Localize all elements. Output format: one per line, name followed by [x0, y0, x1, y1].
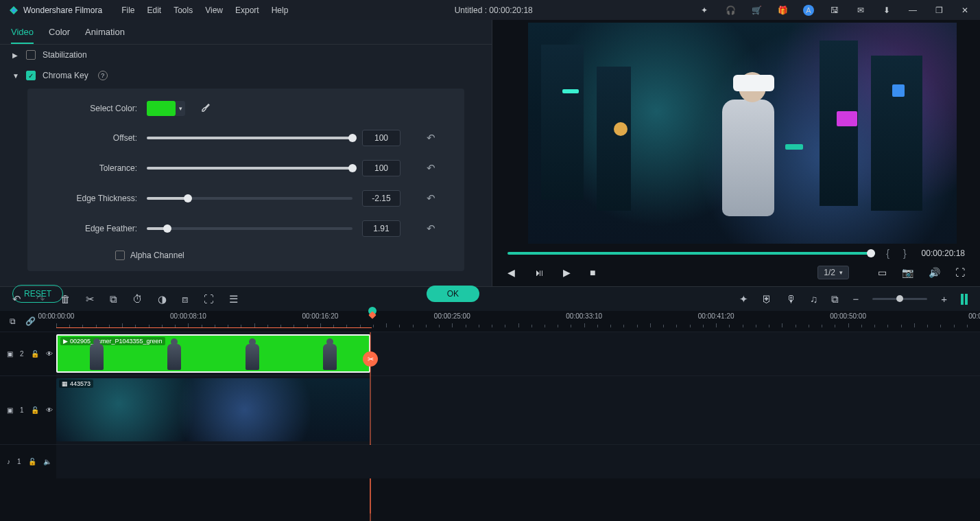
offset-slider[interactable] — [147, 137, 352, 139]
clip-greenscreen[interactable]: ▶002905_gamer_P1043355_green — [56, 334, 370, 373]
download-icon[interactable]: ⬇ — [881, 5, 892, 16]
timeline-ruler[interactable]: 00:00:00:0000:00:08:1000:00:16:2000:00:2… — [56, 311, 980, 332]
menu-tools[interactable]: Tools — [174, 5, 193, 15]
menu-edit[interactable]: Edit — [147, 5, 162, 15]
titlebar: Wondershare Filmora File Edit Tools View… — [0, 0, 980, 20]
gift-icon[interactable]: 🎁 — [777, 5, 788, 16]
crop-icon[interactable]: ⧉ — [110, 293, 117, 305]
mark-out-icon[interactable]: } — [900, 248, 909, 259]
main-menu: File Edit Tools View Export Help — [121, 5, 288, 15]
title-actions: ✦ 🎧 🛒 🎁 A 🖫 ✉ ⬇ — ❐ ✕ — [699, 5, 976, 16]
tab-animation[interactable]: Animation — [85, 27, 125, 44]
menu-file[interactable]: File — [121, 5, 134, 15]
track-v2-lock-icon[interactable]: 🔓 — [31, 350, 39, 358]
freeze-icon[interactable]: ⧈ — [182, 293, 189, 305]
delete-icon[interactable]: 🗑 — [60, 293, 71, 305]
ok-button[interactable]: OK — [427, 286, 479, 302]
mail-icon[interactable]: ✉ — [855, 5, 866, 16]
tolerance-reset-icon[interactable]: ↶ — [427, 162, 435, 174]
record-icon[interactable]: 🎙 — [786, 293, 796, 305]
color-swatch[interactable] — [147, 101, 176, 116]
tolerance-value[interactable]: 100 — [362, 160, 401, 176]
marker-icon[interactable]: ⛨ — [762, 293, 772, 305]
menu-help[interactable]: Help — [272, 5, 289, 15]
offset-value[interactable]: 100 — [362, 130, 401, 146]
play-pause-icon[interactable]: ⏯ — [534, 267, 544, 278]
feather-reset-icon[interactable]: ↶ — [427, 222, 435, 235]
help-icon[interactable]: ? — [98, 71, 108, 80]
track-a1-lock-icon[interactable]: 🔓 — [28, 458, 36, 465]
close-icon[interactable]: ✕ — [959, 5, 970, 16]
scissors-icon[interactable]: ✂ — [363, 351, 378, 367]
feather-slider[interactable] — [147, 227, 352, 230]
chroma-section-header[interactable]: ▼ Chroma Key ? — [0, 65, 492, 86]
clip-img-icon: ▦ — [62, 380, 68, 387]
zoom-fit-icon[interactable] — [961, 294, 968, 305]
offset-reset-icon[interactable]: ↶ — [427, 132, 435, 144]
zoom-slider[interactable] — [872, 298, 927, 300]
redo-icon[interactable]: ↷ — [36, 293, 45, 305]
menu-view[interactable]: View — [205, 5, 223, 15]
select-color-label: Select Color: — [44, 104, 147, 113]
track-a1-speaker-icon[interactable]: 🔈 — [43, 458, 51, 465]
account-icon[interactable]: A — [803, 5, 814, 16]
timeline: ⧉ 🔗 00:00:00:0000:00:08:1000:00:16:2000:… — [0, 311, 980, 478]
eyedropper-icon[interactable] — [200, 103, 211, 114]
alpha-checkbox[interactable] — [115, 251, 125, 260]
preview-scrubber[interactable] — [507, 252, 875, 255]
track-a1-icon: ♪ — [7, 458, 10, 465]
quality-value: 1/2 — [824, 268, 835, 277]
stabilization-section[interactable]: ▶ Stabilization — [0, 45, 492, 65]
speed-icon[interactable]: ⏱ — [132, 293, 143, 305]
prev-frame-icon[interactable]: ◀ — [507, 267, 515, 278]
property-tabs: Video Color Animation — [0, 20, 492, 45]
volume-icon[interactable]: 🔊 — [929, 267, 940, 278]
cart-icon[interactable]: 🛒 — [751, 5, 762, 16]
color-icon[interactable]: ◑ — [158, 293, 167, 305]
mark-in-icon[interactable]: { — [883, 248, 892, 259]
playhead[interactable] — [368, 307, 377, 315]
feather-value[interactable]: 1.91 — [362, 220, 401, 237]
tolerance-slider[interactable] — [147, 167, 352, 170]
tips-icon[interactable]: ✦ — [699, 5, 710, 16]
collapse-icon[interactable]: ▼ — [12, 72, 19, 80]
tab-color[interactable]: Color — [49, 27, 70, 44]
track-v1-num: 1 — [20, 406, 24, 414]
split-icon[interactable]: ✂ — [86, 293, 95, 305]
stabilization-checkbox[interactable] — [26, 50, 36, 60]
color-dropdown[interactable]: ▾ — [176, 101, 185, 116]
maximize-icon[interactable]: ❐ — [933, 5, 944, 16]
play-icon[interactable]: ▶ — [563, 267, 571, 278]
thickness-reset-icon[interactable]: ↶ — [427, 192, 435, 205]
fit-icon[interactable]: ⛶ — [204, 293, 214, 305]
fullscreen-icon[interactable]: ⛶ — [955, 267, 965, 278]
track-v2-eye-icon[interactable]: 👁 — [46, 350, 53, 358]
chroma-checkbox[interactable] — [26, 71, 36, 80]
track-v1-lock-icon[interactable]: 🔓 — [31, 406, 39, 414]
clip-background[interactable]: ▦443573 — [56, 378, 370, 441]
track-v1-eye-icon[interactable]: 👁 — [46, 406, 53, 414]
quality-dropdown[interactable]: 1/2▾ — [817, 266, 849, 279]
render-icon[interactable]: ✦ — [739, 293, 748, 305]
audio-mixer-icon[interactable]: ♫ — [810, 293, 817, 305]
save-icon[interactable]: 🖫 — [829, 5, 840, 16]
snapshot-icon[interactable]: 📷 — [902, 267, 913, 278]
expand-icon[interactable]: ▶ — [12, 51, 19, 59]
timeline-copy-icon[interactable]: ⧉ — [10, 316, 16, 326]
display-icon[interactable]: ▭ — [878, 267, 887, 278]
preview-viewport[interactable] — [528, 23, 957, 244]
thickness-slider[interactable] — [147, 197, 352, 200]
thickness-value[interactable]: -2.15 — [362, 190, 401, 207]
tab-video[interactable]: Video — [11, 27, 34, 44]
zoom-out-icon[interactable]: − — [852, 293, 859, 305]
timeline-link-icon[interactable]: 🔗 — [25, 316, 36, 326]
caption-icon[interactable]: ⧉ — [831, 293, 839, 305]
undo-icon[interactable]: ↶ — [12, 293, 21, 305]
support-icon[interactable]: 🎧 — [725, 5, 736, 16]
menu-export[interactable]: Export — [235, 5, 259, 15]
ruler-label: 00:00:00:00 — [38, 312, 75, 320]
adjust-icon[interactable]: ☰ — [229, 293, 238, 305]
zoom-in-icon[interactable]: + — [941, 293, 947, 305]
minimize-icon[interactable]: — — [907, 5, 918, 16]
stop-icon[interactable]: ■ — [590, 267, 595, 278]
